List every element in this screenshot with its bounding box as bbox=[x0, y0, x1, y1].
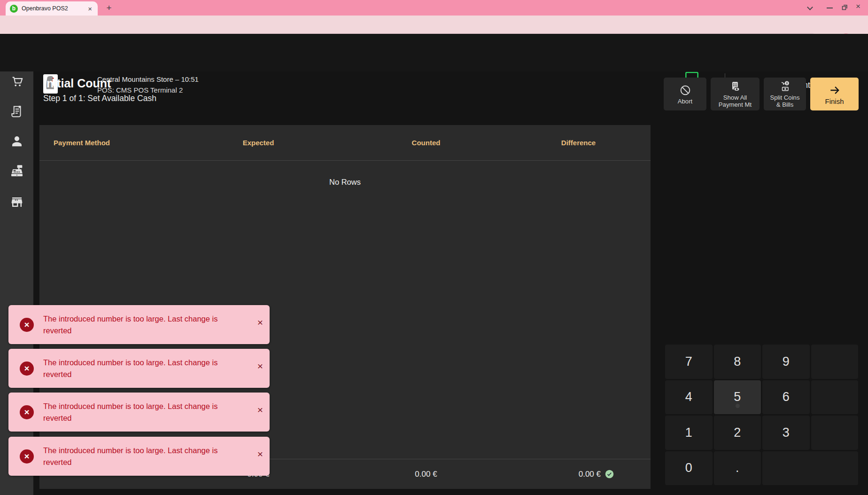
split-coins-bills-button[interactable]: Split Coins & Bills bbox=[764, 78, 806, 110]
key-8[interactable]: 8 bbox=[714, 345, 761, 379]
sidebar-item-cash-management[interactable] bbox=[0, 161, 33, 183]
sidebar-item-customers[interactable] bbox=[0, 131, 33, 153]
app-header: Central Mountains Store – 10:51 POS: CMS… bbox=[0, 34, 868, 71]
error-toast: × The introduced number is too large. La… bbox=[8, 393, 270, 432]
error-circle-icon: × bbox=[20, 405, 34, 419]
success-check-icon bbox=[605, 470, 614, 479]
sidebar-item-sales-cart[interactable] bbox=[0, 71, 33, 94]
key-5[interactable]: 5 bbox=[714, 380, 761, 415]
browser-tab-strip: b Openbravo POS2 × + × bbox=[0, 0, 868, 16]
error-circle-icon: × bbox=[20, 449, 34, 464]
receipt-icon bbox=[10, 104, 24, 120]
payment-methods-icon bbox=[729, 80, 741, 93]
page-title: Initial Count bbox=[43, 77, 111, 90]
error-toast: × The introduced number is too large. La… bbox=[8, 305, 270, 344]
toast-close-icon[interactable]: × bbox=[257, 405, 263, 415]
cash-register-icon bbox=[9, 164, 24, 181]
abort-button[interactable]: Abort bbox=[664, 78, 706, 110]
toast-close-icon[interactable]: × bbox=[257, 317, 263, 327]
toast-message: The introduced number is too large. Last… bbox=[43, 401, 231, 424]
key-blank bbox=[811, 416, 859, 450]
openbravo-favicon-icon: b bbox=[10, 5, 18, 13]
toast-message: The introduced number is too large. Last… bbox=[43, 313, 231, 337]
action-bar: Abort Show All Payment Mt Split Coins & … bbox=[664, 78, 859, 110]
key-blank bbox=[762, 451, 858, 486]
terminal-info: Central Mountains Store – 10:51 POS: CMS… bbox=[97, 75, 199, 94]
toast-close-icon[interactable]: × bbox=[257, 361, 263, 371]
sidebar-item-store[interactable] bbox=[0, 192, 33, 214]
table-header-row: Payment Method Expected Counted Differen… bbox=[39, 125, 651, 161]
store-name-time: Central Mountains Store – 10:51 bbox=[97, 75, 199, 83]
browser-tab[interactable]: b Openbravo POS2 × bbox=[6, 1, 98, 16]
sidebar-item-receipts[interactable] bbox=[0, 101, 33, 124]
key-2[interactable]: 2 bbox=[714, 416, 761, 450]
key-decimal[interactable]: . bbox=[714, 451, 761, 486]
toast-close-icon[interactable]: × bbox=[257, 449, 263, 459]
tab-search-chevron-icon[interactable] bbox=[807, 4, 813, 10]
key-1[interactable]: 1 bbox=[665, 416, 713, 450]
key-0[interactable]: 0 bbox=[665, 451, 713, 486]
empty-table-message: No Rows bbox=[39, 178, 651, 187]
page-subtitle: Step 1 of 1: Set Available Cash bbox=[43, 94, 156, 103]
new-tab-button[interactable]: + bbox=[103, 2, 115, 14]
error-circle-icon: × bbox=[20, 361, 34, 376]
column-expected: Expected bbox=[171, 139, 346, 147]
column-counted: Counted bbox=[346, 139, 506, 147]
key-7[interactable]: 7 bbox=[665, 345, 713, 379]
key-3[interactable]: 3 bbox=[762, 416, 810, 450]
key-ripple-dot bbox=[736, 404, 740, 408]
show-all-payment-methods-button[interactable]: Show All Payment Mt bbox=[711, 78, 760, 110]
key-6[interactable]: 6 bbox=[762, 380, 810, 415]
window-restore-button[interactable] bbox=[841, 4, 848, 11]
key-blank bbox=[811, 380, 859, 415]
store-icon bbox=[10, 195, 24, 211]
split-coins-icon bbox=[779, 80, 791, 93]
key-4[interactable]: 4 bbox=[665, 380, 713, 415]
block-icon bbox=[679, 84, 691, 97]
error-circle-icon: × bbox=[20, 318, 34, 332]
finish-button[interactable]: Finish bbox=[810, 78, 859, 110]
pos-terminal-name: POS: CMS POS Terminal 2 bbox=[97, 86, 199, 94]
total-counted: 0.00 € bbox=[346, 470, 506, 479]
arrow-right-icon bbox=[828, 84, 842, 97]
error-toast: × The introduced number is too large. La… bbox=[8, 349, 270, 388]
window-minimize-button[interactable] bbox=[827, 8, 833, 8]
toast-message: The introduced number is too large. Last… bbox=[43, 445, 231, 468]
cart-icon bbox=[10, 75, 24, 91]
tab-title: Openbravo POS2 bbox=[22, 5, 86, 12]
key-blank bbox=[811, 345, 859, 379]
key-9[interactable]: 9 bbox=[762, 345, 810, 379]
numeric-keypad: 7 8 9 4 5 6 1 2 3 0 . bbox=[665, 345, 858, 485]
browser-toolbar: ← → qa-retail.openbravo.com/openbravo/we… bbox=[0, 16, 868, 34]
total-difference: 0.00 € bbox=[506, 470, 651, 479]
error-toast: × The introduced number is too large. La… bbox=[8, 437, 270, 476]
column-difference: Difference bbox=[506, 139, 651, 147]
column-payment-method: Payment Method bbox=[39, 139, 171, 147]
toast-message: The introduced number is too large. Last… bbox=[43, 357, 231, 380]
tab-close-icon[interactable]: × bbox=[86, 5, 93, 12]
window-close-button[interactable]: × bbox=[856, 2, 860, 11]
person-icon bbox=[10, 134, 24, 150]
